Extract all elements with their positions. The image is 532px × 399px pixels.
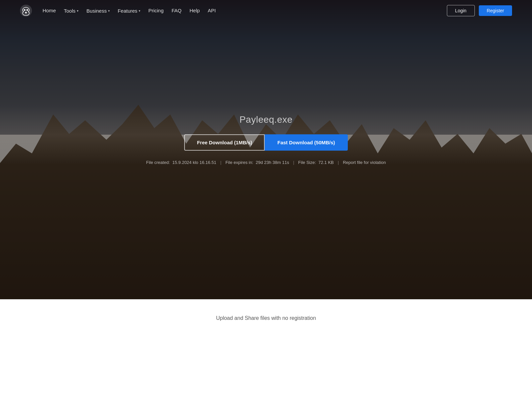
- bottom-tagline: Upload and Share files with no registrat…: [216, 315, 316, 321]
- download-buttons: Free Download (1MB/s) Fast Download (50M…: [184, 134, 347, 151]
- meta-separator-1: |: [220, 160, 221, 165]
- svg-point-1: [24, 9, 26, 11]
- free-download-button[interactable]: Free Download (1MB/s): [184, 134, 265, 151]
- nav-link-tools[interactable]: Tools ▾: [64, 8, 78, 14]
- meta-separator-3: |: [338, 160, 339, 165]
- hero-section: Payleeq.exe Free Download (1MB/s) Fast D…: [0, 0, 532, 299]
- logo[interactable]: [20, 5, 32, 17]
- file-meta: File created: 15.9.2024 klo 16.16.51 | F…: [146, 160, 386, 165]
- file-size-label: File Size: 72.1 KB: [298, 160, 334, 165]
- business-chevron-icon: ▾: [108, 9, 110, 13]
- login-button[interactable]: Login: [447, 5, 475, 16]
- nav-link-faq[interactable]: FAQ: [172, 8, 182, 13]
- file-created-label: File created: 15.9.2024 klo 16.16.51: [146, 160, 216, 165]
- file-expires-value: 29d 23h 38m 11s: [256, 160, 289, 165]
- navbar: Home Tools ▾ Business ▾ Features ▾: [0, 0, 532, 21]
- nav-link-help[interactable]: Help: [190, 8, 200, 13]
- logo-icon: [20, 5, 32, 17]
- nav-item-pricing[interactable]: Pricing: [148, 8, 164, 14]
- nav-item-faq[interactable]: FAQ: [172, 8, 182, 14]
- nav-link-features[interactable]: Features ▾: [118, 8, 140, 14]
- fast-download-button[interactable]: Fast Download (50MB/s): [265, 134, 347, 151]
- meta-separator-2: |: [293, 160, 294, 165]
- navbar-right: Login Register: [447, 5, 512, 16]
- navbar-left: Home Tools ▾ Business ▾ Features ▾: [20, 5, 216, 17]
- svg-point-3: [25, 12, 27, 14]
- file-title: Payleeq.exe: [239, 114, 293, 125]
- nav-link-business[interactable]: Business ▾: [86, 8, 110, 14]
- file-size-value: 72.1 KB: [319, 160, 334, 165]
- hero-content: Payleeq.exe Free Download (1MB/s) Fast D…: [146, 114, 386, 165]
- nav-item-api[interactable]: API: [208, 8, 216, 14]
- nav-item-help[interactable]: Help: [190, 8, 200, 14]
- file-expires-label: File expires in: 29d 23h 38m 11s: [225, 160, 289, 165]
- nav-item-home[interactable]: Home: [43, 8, 56, 14]
- svg-point-0: [20, 5, 32, 17]
- tools-chevron-icon: ▾: [77, 9, 78, 13]
- nav-item-features[interactable]: Features ▾: [118, 8, 140, 14]
- report-violation-link[interactable]: Report file for violation: [343, 160, 386, 165]
- nav-link-pricing[interactable]: Pricing: [148, 8, 164, 13]
- nav-item-business[interactable]: Business ▾: [86, 8, 110, 14]
- nav-item-tools[interactable]: Tools ▾: [64, 8, 78, 14]
- file-created-value: 15.9.2024 klo 16.16.51: [172, 160, 216, 165]
- svg-point-2: [27, 9, 28, 11]
- nav-link-api[interactable]: API: [208, 8, 216, 13]
- bottom-section: Upload and Share files with no registrat…: [0, 299, 532, 399]
- register-button[interactable]: Register: [479, 5, 512, 16]
- nav-link-home[interactable]: Home: [43, 8, 56, 13]
- features-chevron-icon: ▾: [139, 9, 140, 13]
- nav-links: Home Tools ▾ Business ▾ Features ▾: [43, 8, 216, 14]
